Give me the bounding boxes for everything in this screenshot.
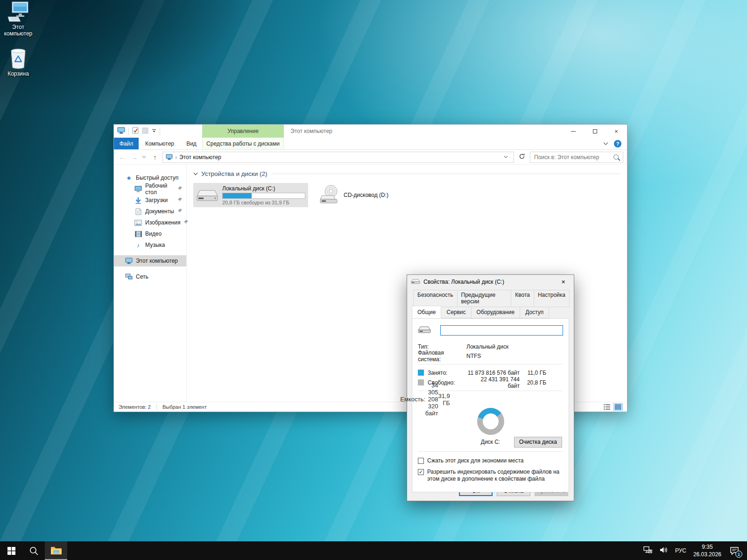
- forward-icon[interactable]: →: [130, 154, 139, 161]
- ribbon-tabs: Файл Компьютер Вид Средства работы с дис…: [114, 138, 627, 150]
- capacity-size: 31,9 ГБ: [438, 392, 466, 406]
- ribbon-collapse-icon[interactable]: [603, 140, 608, 147]
- help-icon[interactable]: ?: [614, 140, 621, 147]
- sidebar-item-this-pc[interactable]: Этот компьютер: [114, 255, 186, 266]
- dialog-close-button[interactable]: ×: [553, 275, 574, 289]
- search-icon: [29, 546, 38, 555]
- address-dropdown-icon[interactable]: [501, 155, 511, 160]
- downloads-icon: [134, 196, 142, 204]
- sidebar-item-downloads[interactable]: Загрузки: [114, 195, 186, 206]
- tab-file[interactable]: Файл: [114, 138, 139, 149]
- checkbox-box[interactable]: ✓: [418, 469, 424, 475]
- sidebar-item-documents[interactable]: Документы: [114, 206, 186, 217]
- sidebar-item-quick-access[interactable]: ★ Быстрый доступ: [114, 172, 186, 183]
- system-tray: РУС 9:35 26.03.2026 1: [643, 541, 747, 560]
- minimize-icon: [571, 131, 576, 132]
- search-box[interactable]: [530, 152, 623, 163]
- pin-icon: [177, 197, 183, 203]
- windows-logo-icon: [7, 547, 15, 555]
- star-icon: ★: [125, 174, 133, 182]
- address-toolbar: ← → ↑ › Этот компьютер: [114, 150, 627, 165]
- network-icon: [125, 273, 133, 280]
- start-button[interactable]: [0, 541, 22, 560]
- refresh-icon[interactable]: [517, 153, 527, 161]
- drive-tile-c[interactable]: Локальный диск (C:) 20,8 ГБ свободно из …: [193, 183, 308, 207]
- sidebar-item-videos[interactable]: Видео: [114, 228, 186, 239]
- desktop-icon-this-pc[interactable]: Этот компьютер: [0, 0, 36, 37]
- up-icon[interactable]: ↑: [150, 154, 160, 161]
- explorer-titlebar: Управление Этот компьютер ×: [114, 125, 627, 138]
- clock-date: 26.03.2026: [693, 551, 721, 558]
- close-icon: ×: [561, 278, 565, 286]
- tab-hardware[interactable]: Оборудование: [471, 307, 521, 318]
- pictures-icon: [134, 219, 142, 226]
- search-input[interactable]: [530, 154, 613, 161]
- sidebar-item-network[interactable]: Сеть: [114, 271, 186, 282]
- maximize-button[interactable]: [584, 125, 606, 138]
- tab-view[interactable]: Вид: [181, 138, 202, 149]
- desktop: Этот компьютер Корзина: [0, 0, 747, 560]
- free-color-swatch: [418, 379, 424, 385]
- drive-usage-bar: [222, 193, 305, 199]
- taskbar: РУС 9:35 26.03.2026 1: [0, 541, 747, 560]
- language-indicator[interactable]: РУС: [675, 547, 686, 554]
- status-item-count: Элементов: 2: [119, 404, 151, 410]
- tab-quota[interactable]: Квота: [511, 290, 534, 307]
- dialog-tabs: Безопасность Предыдущие версии Квота Нас…: [412, 290, 569, 319]
- documents-icon: [134, 208, 142, 215]
- address-bar[interactable]: › Этот компьютер: [162, 152, 514, 163]
- qat-customize-dropdown-icon[interactable]: [152, 128, 156, 134]
- compress-checkbox-row[interactable]: Сжать этот диск для экономии места: [418, 457, 563, 464]
- disk-cleanup-button[interactable]: Очистка диска: [514, 437, 562, 448]
- action-center-button[interactable]: 1: [728, 545, 740, 556]
- group-header: Устройства и диски (2): [193, 170, 620, 177]
- clock-time: 9:35: [693, 543, 721, 551]
- search-icon: [613, 154, 619, 160]
- type-label: Тип:: [418, 343, 466, 350]
- tab-drive-tools[interactable]: Средства работы с дисками: [202, 138, 284, 149]
- back-icon[interactable]: ←: [118, 154, 127, 161]
- sidebar-item-music[interactable]: ♪ Музыка: [114, 239, 186, 251]
- tab-sharing[interactable]: Доступ: [520, 307, 549, 318]
- tab-tools[interactable]: Сервис: [441, 307, 471, 318]
- network-icon[interactable]: [643, 546, 652, 555]
- drive-small-icon: [418, 326, 431, 335]
- group-collapse-icon[interactable]: [193, 171, 198, 177]
- breadcrumb-chevron-icon: ›: [175, 154, 177, 161]
- address-computer-icon: [166, 154, 173, 160]
- minimize-button[interactable]: [563, 125, 584, 138]
- capacity-bytes: 34 305 208 320 байт: [425, 382, 438, 417]
- tab-previous-versions[interactable]: Предыдущие версии: [457, 290, 512, 307]
- sidebar-item-pictures[interactable]: Изображения: [114, 217, 186, 228]
- thumbnails-view-icon[interactable]: [614, 404, 622, 410]
- history-dropdown-icon[interactable]: [142, 155, 148, 160]
- qat-new-folder-icon[interactable]: [142, 127, 148, 135]
- qat-computer-icon[interactable]: [117, 127, 125, 135]
- taskbar-explorer-button[interactable]: [45, 541, 67, 560]
- drive-free-space: 20,8 ГБ свободно из 31,9 ГБ: [222, 200, 305, 205]
- indexing-checkbox-row[interactable]: ✓ Разрешить индексировать содержимое фай…: [418, 469, 563, 483]
- notification-badge: 1: [735, 551, 742, 558]
- taskbar-search-button[interactable]: [22, 541, 45, 560]
- tab-general[interactable]: Общие: [412, 306, 441, 318]
- hdd-icon: [196, 186, 218, 205]
- checkbox-box[interactable]: [418, 458, 424, 464]
- tab-security[interactable]: Безопасность: [413, 290, 458, 307]
- drive-tile-d[interactable]: CD-дисковод (D:): [315, 183, 411, 207]
- volume-icon[interactable]: [659, 546, 668, 555]
- pin-icon: [177, 186, 183, 192]
- tab-computer[interactable]: Компьютер: [139, 138, 181, 149]
- status-selection: Выбран 1 элемент: [162, 404, 207, 410]
- sidebar-item-desktop[interactable]: Рабочий стол: [114, 183, 186, 195]
- drive-usage-fill: [223, 193, 252, 198]
- desktop-icon-recycle-bin[interactable]: Корзина: [0, 47, 36, 77]
- drive-name: Локальный диск (C:): [222, 185, 305, 192]
- used-color-swatch: [418, 370, 424, 376]
- tab-customize[interactable]: Настройка: [534, 290, 570, 307]
- volume-label-input[interactable]: [440, 325, 563, 336]
- taskbar-clock[interactable]: 9:35 26.03.2026: [693, 543, 721, 558]
- qat-properties-icon[interactable]: [132, 127, 139, 135]
- close-button[interactable]: ×: [606, 125, 627, 138]
- file-explorer-icon: [50, 546, 62, 555]
- details-view-icon[interactable]: [603, 404, 611, 410]
